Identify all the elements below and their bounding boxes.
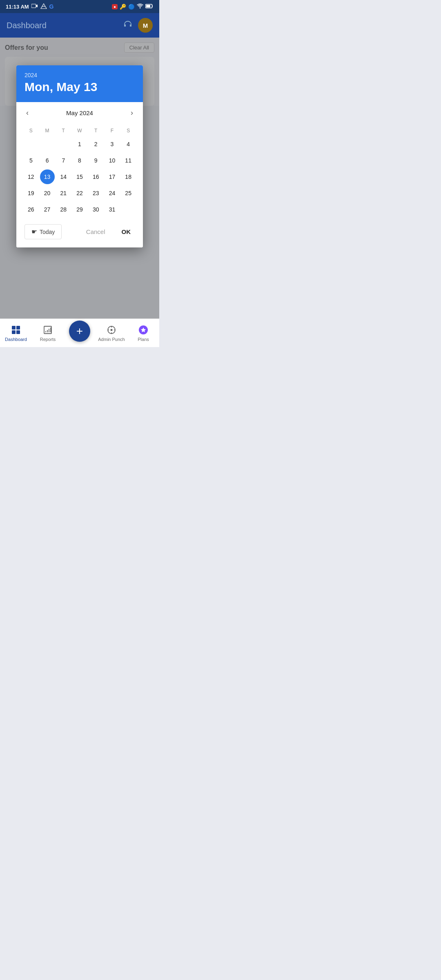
dp-day-14[interactable]: 14	[56, 169, 71, 184]
dp-day-12[interactable]: 12	[24, 169, 38, 184]
bottom-nav: Dashboard Reports +	[0, 318, 159, 347]
bluetooth-icon: 🔵	[128, 4, 135, 10]
plans-icon	[138, 325, 149, 335]
fab-button[interactable]: +	[69, 321, 90, 342]
dp-day-2[interactable]: 2	[89, 137, 103, 151]
status-icons: ● 🔑 🔵	[112, 3, 154, 10]
svg-rect-9	[16, 330, 20, 334]
dp-month-label: May 2024	[66, 109, 93, 116]
dp-day-7[interactable]: 7	[56, 153, 71, 168]
dp-day-1[interactable]: 1	[72, 137, 87, 151]
dp-year: 2024	[24, 72, 135, 78]
dp-day-3[interactable]: 3	[105, 137, 119, 151]
status-bar: 11:13 AM G ● 🔑 🔵	[0, 0, 159, 13]
dp-next-month-button[interactable]: ›	[127, 107, 136, 119]
svg-rect-0	[31, 4, 36, 8]
dp-day-30[interactable]: 30	[89, 202, 103, 217]
nav-item-fab[interactable]: +	[64, 321, 96, 346]
dp-day-empty-end	[121, 202, 136, 217]
dp-day-13[interactable]: 13	[40, 169, 55, 184]
dp-day-5[interactable]: 5	[24, 153, 38, 168]
dp-day-11[interactable]: 11	[121, 153, 136, 168]
dp-weekday-sun: S	[23, 125, 39, 136]
dp-weekday-thu: T	[88, 125, 104, 136]
dp-weekday-mon: M	[39, 125, 56, 136]
dp-ok-button[interactable]: OK	[118, 226, 135, 238]
dp-day-31[interactable]: 31	[105, 202, 119, 217]
date-picker-dialog: 2024 Mon, May 13 ‹ May 2024 › S M T W T …	[16, 65, 143, 247]
dp-day-18[interactable]: 18	[121, 169, 136, 184]
dp-day-empty-1	[24, 137, 38, 151]
dp-day-9[interactable]: 9	[89, 153, 103, 168]
battery-icon	[145, 3, 154, 10]
dp-day-27[interactable]: 27	[40, 202, 55, 217]
nav-label-plans: Plans	[138, 337, 149, 342]
user-avatar[interactable]: M	[138, 18, 153, 33]
dp-day-4[interactable]: 4	[121, 137, 136, 151]
dashboard-icon	[11, 325, 21, 335]
dp-day-25[interactable]: 25	[121, 186, 136, 200]
dp-prev-month-button[interactable]: ‹	[23, 107, 32, 119]
nav-item-plans[interactable]: Plans	[127, 325, 159, 342]
plus-icon: +	[76, 325, 83, 337]
dp-day-22[interactable]: 22	[72, 186, 87, 200]
dp-day-24[interactable]: 24	[105, 186, 119, 200]
svg-rect-3	[146, 5, 150, 7]
dp-day-17[interactable]: 17	[105, 169, 119, 184]
svg-rect-8	[12, 330, 16, 334]
dp-ok-cancel-group: Cancel OK	[82, 226, 135, 238]
app-title: Dashboard	[7, 21, 47, 30]
dp-today-button[interactable]: ☛ Today	[24, 224, 62, 239]
svg-point-16	[111, 329, 113, 331]
camera-icon	[31, 4, 38, 10]
dp-day-8[interactable]: 8	[72, 153, 87, 168]
dp-day-empty-2	[40, 137, 55, 151]
google-icon: G	[49, 3, 54, 10]
hand-cursor-icon: ☛	[31, 228, 37, 236]
nav-item-adminpunch[interactable]: Admin Punch	[96, 325, 127, 342]
adas-icon	[40, 3, 47, 10]
key-icon: 🔑	[120, 4, 126, 10]
dp-day-21[interactable]: 21	[56, 186, 71, 200]
wifi-icon	[137, 3, 143, 10]
nav-item-reports[interactable]: Reports	[32, 325, 64, 342]
header-icons: M	[122, 18, 153, 33]
svg-rect-4	[124, 25, 126, 27]
record-icon: ●	[112, 4, 118, 9]
nav-label-adminpunch: Admin Punch	[98, 337, 125, 342]
dp-weekday-wed: W	[71, 125, 88, 136]
dp-cancel-button[interactable]: Cancel	[82, 226, 109, 238]
dp-day-29[interactable]: 29	[72, 202, 87, 217]
dp-day-10[interactable]: 10	[105, 153, 119, 168]
dp-weekday-sat: S	[120, 125, 136, 136]
nav-label-reports: Reports	[40, 337, 56, 342]
app-header: Dashboard M	[0, 13, 159, 38]
dp-day-28[interactable]: 28	[56, 202, 71, 217]
svg-rect-6	[12, 326, 16, 330]
svg-rect-5	[130, 25, 131, 27]
headset-icon[interactable]	[122, 19, 133, 31]
nav-label-dashboard: Dashboard	[5, 337, 27, 342]
status-time: 11:13 AM G	[6, 3, 54, 10]
dp-day-15[interactable]: 15	[72, 169, 87, 184]
date-picker-header: 2024 Mon, May 13	[16, 65, 143, 102]
dp-month-nav: ‹ May 2024 ›	[23, 105, 136, 120]
dp-actions: ☛ Today Cancel OK	[23, 221, 136, 241]
dp-day-19[interactable]: 19	[24, 186, 38, 200]
dp-calendar-grid: S M T W T F S 1 2 3 4 5 6 7 8 9 10 11 12	[23, 125, 136, 218]
dp-weekday-fri: F	[104, 125, 120, 136]
dp-day-6[interactable]: 6	[40, 153, 55, 168]
dp-day-23[interactable]: 23	[89, 186, 103, 200]
reports-icon	[42, 325, 53, 335]
date-picker-body: ‹ May 2024 › S M T W T F S 1 2 3 4 5 6 7	[16, 102, 143, 247]
dp-day-16[interactable]: 16	[89, 169, 103, 184]
dp-day-empty-3	[56, 137, 71, 151]
dp-weekday-tue: T	[55, 125, 71, 136]
adminpunch-icon	[106, 325, 117, 335]
dp-selected-date: Mon, May 13	[24, 80, 135, 94]
nav-item-dashboard[interactable]: Dashboard	[0, 325, 32, 342]
dp-day-26[interactable]: 26	[24, 202, 38, 217]
svg-rect-7	[16, 326, 20, 330]
dp-day-20[interactable]: 20	[40, 186, 55, 200]
